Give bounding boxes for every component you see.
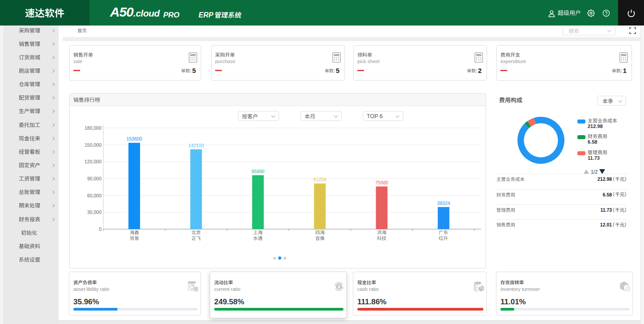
svg-text:75980: 75980	[375, 180, 388, 185]
svg-text:39324: 39324	[437, 200, 450, 206]
svg-text:153600: 153600	[127, 136, 142, 141]
svg-text:95990: 95990	[251, 169, 264, 174]
svg-text:81258: 81258	[314, 177, 326, 182]
svg-text:142100: 142100	[188, 143, 204, 148]
